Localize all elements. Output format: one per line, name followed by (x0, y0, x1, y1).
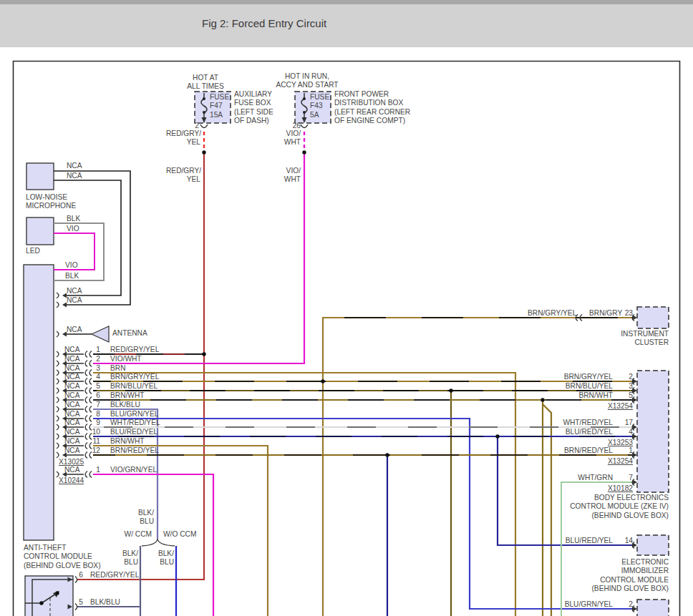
hot-in-run-label: HOT IN RUN, ACCY AND START (274, 72, 340, 90)
fuse-f43-dot-top (303, 97, 306, 100)
junction-dot (449, 388, 452, 392)
box-pin-arrow-icon (633, 607, 638, 612)
fuse-f47-dot-top (203, 97, 205, 100)
cluster-wire-right-label: BRN/GRY (589, 309, 622, 318)
zke-pin4: 4 (616, 428, 633, 436)
bottom-wire-label: BLU/GRN/YEL (534, 600, 613, 609)
junction-dot (202, 150, 205, 154)
row2-wire: VIO/WHT (110, 355, 142, 363)
row9-nca: NCA (64, 419, 80, 427)
row13-wire: VIO/GRN/YEL (110, 466, 157, 474)
box-pin-arrow-icon (633, 316, 638, 321)
led-box (26, 217, 54, 245)
cluster-pin: 23 (619, 309, 633, 318)
module-pin-arc (57, 406, 59, 412)
switch-pin6: 6 (74, 571, 83, 580)
antitheft-module-label: ANTI-THEFT CONTROL MODULE (BEHIND GLOVE … (24, 544, 101, 570)
antenna-nca-label: NCA (67, 326, 82, 334)
bottom-right-box (637, 600, 669, 616)
zke-pin4-wire: BLU/RED/YEL (534, 428, 613, 436)
mic-nca2-label: NCA (67, 172, 82, 180)
module-vio-entry-label: VIO (65, 261, 78, 270)
connector-x10182: X10182 (587, 484, 633, 493)
row7-nca: NCA (64, 401, 80, 409)
wire-label-redgryyel-dashed: RED/GRY/ YEL (166, 129, 200, 147)
wire-row13-viogrnyel (93, 474, 213, 616)
fuse-f43-dot-bottom (303, 111, 306, 114)
box-pin-arrow-icon (633, 434, 638, 439)
row12-nca: NCA (64, 446, 80, 455)
wire-label-viowht-solid: VIO/ WHT (272, 167, 301, 185)
led-label: LED (26, 247, 40, 255)
module-pin-arc (57, 424, 59, 430)
aux-fusebox-label: AUXILIARY FUSE BOX (LEFT SIDE OF DASH) (234, 90, 273, 126)
row7-wire: BLK/BLU (110, 401, 140, 409)
row2-nca: NCA (64, 355, 80, 363)
row6-pin: 6 (87, 391, 100, 400)
led-vio-label: VIO (67, 225, 79, 233)
row1-pin: 1 (87, 346, 100, 354)
zke-pin7: 7 (616, 474, 633, 482)
row10-wire: BLU/RED/YEL (110, 428, 158, 436)
row5-nca: NCA (64, 382, 80, 391)
module-pin-arc (57, 452, 59, 458)
blkblu-woccm-label: BLK/ BLU (147, 549, 174, 567)
switch-wire5-label: BLK/BLU (90, 598, 120, 607)
box-pin-arrow-icon (633, 379, 638, 384)
row8-nca: NCA (64, 410, 80, 419)
junction-dot (385, 453, 389, 456)
zke-pin1: 1 (616, 446, 633, 455)
module-nca2-label: NCA (67, 296, 82, 305)
wire-mic-nca-1 (54, 171, 130, 305)
hot-at-all-times-label: HOT AT ALL TIMES (178, 74, 233, 92)
row12-pin: 12 (87, 446, 100, 455)
woccm-label: W/O CCM (163, 530, 196, 539)
row7-pin: 7 (87, 401, 100, 409)
module-nca1-label: NCA (67, 287, 82, 295)
zke-pin2: 2 (616, 373, 633, 381)
row11-nca: NCA (64, 437, 80, 446)
antenna-icon (92, 326, 109, 342)
box-pin-arrow-icon (633, 480, 638, 485)
zke-module-label: BODY ELECTRONICS CONTROL MODULE (ZKE IV)… (544, 494, 669, 520)
module-pin-arc (57, 388, 59, 393)
zke-module-box (637, 371, 669, 492)
module-pin-arc (57, 443, 59, 449)
row9-pin: 9 (87, 419, 100, 427)
row1-nca: NCA (64, 346, 80, 354)
zke-pin3-wire: BRN/BLU/YEL (534, 382, 613, 391)
immobilizer-label: ELECTRONIC IMMOBILIZER CONTROL MODULE (B… (573, 558, 669, 594)
instrument-cluster-box (637, 307, 669, 328)
connector-x10244: X10244 (59, 476, 84, 485)
row4-pin: 4 (87, 373, 100, 381)
row6-nca: NCA (64, 391, 80, 400)
row10-pin: 10 (87, 428, 100, 436)
row6-wire: BRN/WHT (110, 391, 145, 400)
junction-dot (202, 352, 205, 356)
box-pin-arrow-icon (633, 543, 638, 548)
row2-pin: 2 (87, 355, 100, 363)
connector-x13254-a: X13254 (587, 402, 633, 411)
row11-pin: 11 (87, 437, 100, 446)
module-pin-arc (57, 434, 59, 439)
microphone-label: LOW-NOISE MICROPHONE (26, 193, 76, 211)
row3-wire: BRN (110, 364, 126, 373)
row10-nca: NCA (64, 428, 80, 436)
fuse-f43-label: FUSE F43 5A (310, 93, 329, 119)
module-pin-arc (57, 293, 59, 298)
module-pin-arc (57, 302, 59, 308)
blkblu-main-label: BLK/ BLU (127, 509, 154, 527)
immobilizer-box (637, 535, 669, 555)
module-pin-arc (57, 361, 59, 366)
mic-nca1-label: NCA (67, 162, 82, 170)
row13-nca: NCA (64, 466, 80, 474)
row4-nca: NCA (64, 373, 80, 381)
wire-label-redgryyel-solid: RED/GRY/ YEL (166, 167, 200, 185)
module-pin-arc (57, 378, 59, 384)
junction-dot (321, 379, 324, 383)
connector-x13254-b: X13254 (587, 457, 633, 466)
blkblu-wccm-label: BLK/ BLU (111, 549, 138, 567)
row1-wire: RED/GRY/YEL (110, 346, 159, 354)
row9-wire: WHT/RED/YEL (110, 419, 160, 427)
junction-dot (495, 434, 499, 438)
